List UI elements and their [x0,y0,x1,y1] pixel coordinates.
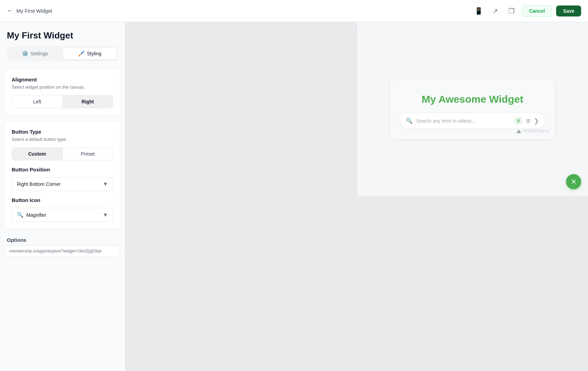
canvas-cell-left-top [125,22,356,196]
button-type-toggle-group: Custom Preset [12,147,113,160]
canvas-cell-right-bottom [357,197,588,371]
styling-tab-label: Styling [87,51,101,56]
url-bar: membership.io/apps/explore?widget=OknlZj… [5,246,120,257]
alignment-title: Alignment [12,77,113,82]
save-button[interactable]: Save [556,5,581,16]
button-position-chevron-icon: ▼ [103,181,108,187]
settings-tab-icon: ⚙️ [22,50,28,57]
search-badge: 0 [514,117,522,125]
watermark-text: membership.io [522,128,550,133]
search-arrow-icon: ❯ [534,117,539,125]
canvas-cell-left-bottom [125,197,356,371]
button-icon-value: Magnifier [26,212,46,218]
button-type-section: Button Type Select a default button type… [5,122,120,229]
button-type-desc: Select a default button type. [12,137,113,142]
alignment-section: Alignment Select widget position on the … [5,70,120,115]
mobile-preview-icon[interactable]: 📱 [472,5,485,17]
topbar-title: My First Widget [16,8,52,14]
sidebar-header: My First Widget ⚙️ Settings 🖌️ Styling [0,22,125,66]
button-position-dropdown[interactable]: Right Bottom Corner ▼ [12,177,113,191]
membership-watermark: ⛰️ membership.io [516,128,550,133]
canvas-area: My Awesome Widget 🔍 Search any term in v… [125,22,588,371]
alignment-toggle-group: Left Right [12,95,113,108]
tab-styling[interactable]: 🖌️ Styling [63,48,117,59]
styling-tab-icon: 🖌️ [78,50,85,57]
tabs-row: ⚙️ Settings 🖌️ Styling [7,46,118,61]
alignment-right-btn[interactable]: Right [62,95,113,108]
layers-icon[interactable]: ❐ [505,5,518,17]
settings-tab-label: Settings [31,51,48,56]
button-type-custom-btn[interactable]: Custom [12,148,62,160]
topbar-right: 📱 ↗ ❐ Cancel Save [472,5,581,17]
options-label: Options [0,232,125,246]
button-icon-chevron-icon: ▼ [103,212,108,218]
button-icon-title: Button Icon [12,197,113,203]
sidebar-page-title: My First Widget [7,30,118,41]
button-type-preset-btn[interactable]: Preset [62,148,113,160]
search-filter-icon: ⊞ [526,117,530,124]
button-type-title: Button Type [12,129,113,135]
widget-preview-card: My Awesome Widget 🔍 Search any term in v… [390,80,555,139]
back-arrow-button[interactable]: ← [7,7,13,14]
widget-preview-title: My Awesome Widget [400,93,544,105]
sidebar: My First Widget ⚙️ Settings 🖌️ Styling A… [0,22,125,371]
magnifier-icon: 🔍 [17,212,24,218]
search-bar-preview: 🔍 Search any term in videos... 0 ⊞ ❯ [400,113,544,128]
button-icon-prefix: 🔍 Magnifier [17,212,46,218]
alignment-left-btn[interactable]: Left [12,95,62,108]
close-float-button[interactable]: ✕ [566,174,581,189]
main-layout: My First Widget ⚙️ Settings 🖌️ Styling A… [0,22,588,371]
button-icon-dropdown[interactable]: 🔍 Magnifier ▼ [12,208,113,222]
topbar: ← My First Widget 📱 ↗ ❐ Cancel Save [0,0,588,22]
tab-settings[interactable]: ⚙️ Settings [8,48,62,59]
cancel-button[interactable]: Cancel [522,5,552,17]
button-position-value: Right Bottom Corner [17,181,61,187]
canvas-cell-right-top: My Awesome Widget 🔍 Search any term in v… [357,22,588,196]
search-placeholder: Search any term in videos... [416,118,511,124]
external-link-icon[interactable]: ↗ [489,5,501,17]
search-icon: 🔍 [406,117,413,124]
button-position-title: Button Position [12,167,113,172]
watermark-icon: ⛰️ [516,128,521,133]
alignment-desc: Select widget position on the canvas. [12,85,113,90]
topbar-left: ← My First Widget [7,7,52,14]
